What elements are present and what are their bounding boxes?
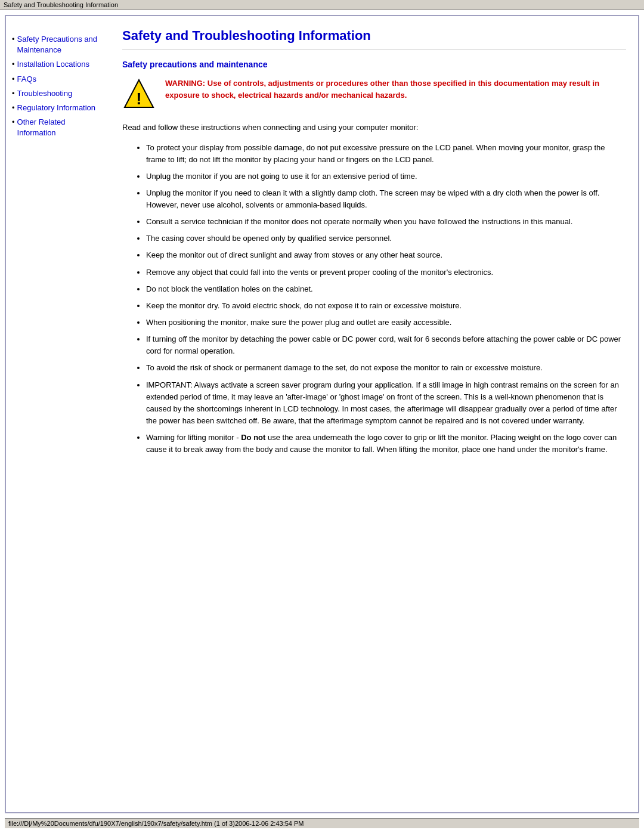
main-content: Safety and Troubleshooting Information S… <box>110 28 632 800</box>
warning-triangle-icon: ! <box>122 78 156 111</box>
bullet-icon: • <box>12 88 15 99</box>
bullet-icon: • <box>12 103 15 113</box>
sidebar-link-other[interactable]: Other Related Information <box>17 117 104 138</box>
list-item: To protect your display from possible da… <box>146 142 626 166</box>
intro-text: Read and follow these instructions when … <box>122 122 626 134</box>
list-item: Consult a service technician if the moni… <box>146 216 626 228</box>
list-item: Unplug the monitor if you need to clean … <box>146 187 626 211</box>
warning-text: WARNING: Use of controls, adjustments or… <box>165 78 626 101</box>
title-bar: Safety and Troubleshooting Information <box>0 0 644 10</box>
title-bar-text: Safety and Troubleshooting Information <box>4 1 118 8</box>
list-item: If turning off the monitor by detaching … <box>146 333 626 357</box>
warning-box: ! WARNING: Use of controls, adjustments … <box>122 78 626 111</box>
content-area: • Safety Precautions and Maintenance • I… <box>5 15 639 813</box>
list-item: Warning for lifting monitor - Do not use… <box>146 432 626 456</box>
sidebar-link-regulatory[interactable]: Regulatory Information <box>17 103 96 113</box>
warning-icon: ! <box>122 78 156 111</box>
list-item: Unplug the monitor if you are not going … <box>146 171 626 182</box>
list-item: When positioning the monitor, make sure … <box>146 317 626 329</box>
bullet-list: To protect your display from possible da… <box>122 142 626 456</box>
page-wrapper: Safety and Troubleshooting Information •… <box>0 0 644 833</box>
list-item: Remove any object that could fall into t… <box>146 267 626 278</box>
sidebar-link-safety[interactable]: Safety Precautions and Maintenance <box>17 34 104 55</box>
list-item: To avoid the risk of shock or permanent … <box>146 362 626 374</box>
sidebar-item-safety: • Safety Precautions and Maintenance <box>12 34 104 55</box>
list-item: Keep the monitor out of direct sunlight … <box>146 249 626 261</box>
list-item: The casing cover should be opened only b… <box>146 233 626 244</box>
svg-text:!: ! <box>136 89 141 108</box>
status-bar: file:///D|/My%20Documents/dfu/190X7/engl… <box>5 818 639 828</box>
bullet-icon: • <box>12 117 15 128</box>
list-item: IMPORTANT: Always activate a screen save… <box>146 379 626 428</box>
bullet-icon: • <box>12 74 15 85</box>
section-heading: Safety precautions and maintenance <box>122 60 626 69</box>
sidebar-link-faqs[interactable]: FAQs <box>17 74 37 85</box>
bullet-icon: • <box>12 59 15 70</box>
sidebar-item-installation: • Installation Locations <box>12 59 104 70</box>
sidebar: • Safety Precautions and Maintenance • I… <box>12 28 110 800</box>
sidebar-item-regulatory: • Regulatory Information <box>12 103 104 113</box>
sidebar-item-troubleshooting: • Troubleshooting <box>12 88 104 99</box>
sidebar-item-faqs: • FAQs <box>12 74 104 85</box>
sidebar-item-other: • Other Related Information <box>12 117 104 138</box>
list-item: Do not block the ventilation holes on th… <box>146 283 626 295</box>
status-bar-text: file:///D|/My%20Documents/dfu/190X7/engl… <box>8 820 304 827</box>
page-title: Safety and Troubleshooting Information <box>122 28 626 44</box>
sidebar-link-troubleshooting[interactable]: Troubleshooting <box>17 88 73 99</box>
sidebar-link-installation[interactable]: Installation Locations <box>17 59 89 70</box>
divider <box>122 49 626 50</box>
list-item: Keep the monitor dry. To avoid electric … <box>146 300 626 312</box>
bullet-icon: • <box>12 34 15 45</box>
